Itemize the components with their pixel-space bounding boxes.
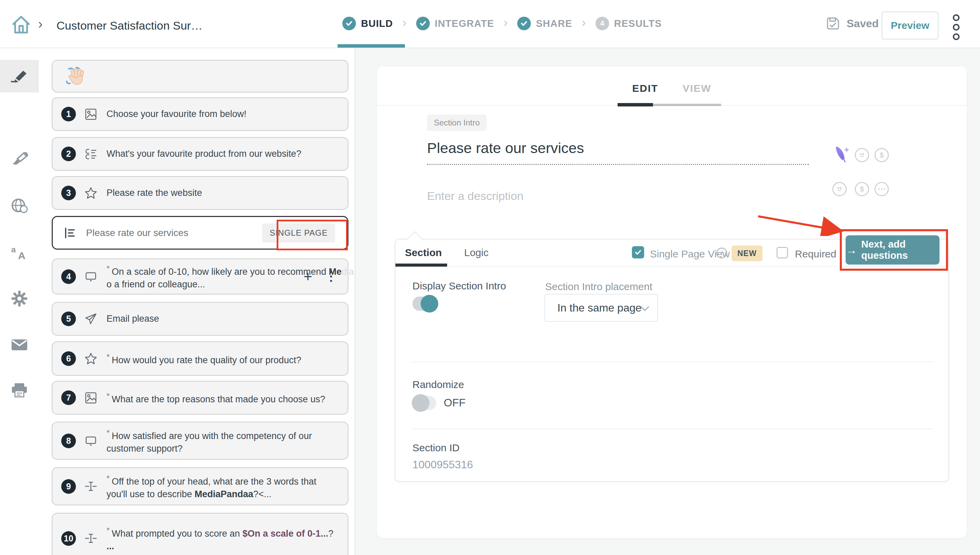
home-icon[interactable] [11,14,32,35]
svg-text:A: A [18,250,26,260]
editor-main-area: EDIT VIEW Section Intro Please rate our … [355,48,980,555]
placement-value: In the same page [557,302,641,314]
opinion-scale-icon [84,269,98,284]
print-icon [11,383,28,398]
section-item-selected[interactable]: Please rate our services SINGLE PAGE [52,216,349,250]
question-text: On a scale of 0-10, how likely are you t… [106,262,355,291]
question-text: Please rate the website [106,187,214,199]
question-card[interactable]: 2 What's your favourite product from our… [52,137,349,171]
rail-item-translate[interactable]: a A [0,237,39,269]
rail-item-build[interactable] [0,60,39,93]
edit-pencil-icon [10,69,29,83]
step-results[interactable]: 4 RESULTS [596,17,662,30]
question-card[interactable]: 1 Choose your favourite from below! [52,97,349,131]
section-intro-tag: Section Intro [427,115,487,131]
welcome-card[interactable] [52,60,349,93]
saved-label: Saved [847,18,879,30]
section-tab-underline [395,263,447,266]
question-number-badge: 5 [61,311,76,326]
new-badge: NEW [732,245,763,261]
display-section-intro-label: Display Section Intro [413,280,506,292]
rating-star-icon [84,351,98,366]
required-checkbox[interactable] [776,247,788,258]
add-question-plus-icon[interactable]: + [304,269,312,284]
breadcrumb[interactable]: Customer Satisfaction Sur… [56,19,202,32]
question-text: Choose your favourite from below! [106,108,259,120]
edit-tab-underline [618,103,653,106]
question-number-badge: 9 [61,479,76,494]
section-editor-card: EDIT VIEW Section Intro Please rate our … [377,66,967,538]
description-placeholder[interactable]: Enter a description [427,189,524,203]
rail-item-email[interactable] [0,329,39,361]
question-card[interactable]: 8 How satisfied are you with the compete… [52,422,349,460]
text-input-icon [84,531,98,546]
multiple-choice-icon [84,147,98,162]
step-separator-icon: › [582,16,586,30]
step-share[interactable]: SHARE [517,17,572,30]
step-separator-icon: › [403,16,406,30]
breadcrumb-chevron-icon: › [38,16,43,32]
question-card[interactable]: 6 How would you rate the quality of our … [52,342,349,376]
picture-choice-icon [84,390,98,405]
question-kebab-icon[interactable] [330,271,332,282]
section-title-input[interactable]: Please rate our services [427,140,584,156]
section-id-label: Section ID [413,442,459,454]
question-text: What prompted you to score an $On a scal… [106,524,346,553]
single-page-view-checkbox[interactable] [632,246,644,258]
question-number-badge: 8 [61,434,76,448]
rating-star-icon [84,186,98,201]
settings-gear-icon [11,290,28,308]
rail-item-language[interactable] [0,189,39,222]
emoji-smiley-icon[interactable] [855,148,869,162]
arrow-right-icon: → [846,244,857,257]
more-options-ellipsis-icon[interactable] [874,182,889,196]
title-dotted-underline [427,164,809,165]
section-settings-panel: Section Logic Single Page View i NEW Req… [395,239,949,482]
info-icon[interactable]: i [716,247,727,258]
display-section-intro-toggle[interactable] [413,297,436,311]
question-card[interactable]: 7 What are the top reasons that made you… [52,381,349,415]
variable-dollar-icon[interactable]: $ [874,148,889,162]
more-options-kebab-icon[interactable] [953,14,959,40]
question-card-hovered[interactable]: 4 On a scale of 0-10, how likely are you… [52,258,349,295]
tab-section[interactable]: Section [405,247,442,258]
step-number-circle: 4 [596,17,609,30]
single-page-badge: SINGLE PAGE [262,223,335,242]
ai-quill-icon[interactable] [832,144,850,163]
tab-edit[interactable]: EDIT [632,83,658,94]
tab-view[interactable]: VIEW [683,83,712,94]
design-brush-icon [11,152,28,168]
next-add-questions-button[interactable]: → Next, add questions [846,235,940,265]
question-number-badge: 4 [61,269,76,284]
question-card[interactable]: 10 What prompted you to score an $On a s… [52,513,349,555]
step-build[interactable]: BUILD [342,17,393,30]
question-number-badge: 3 [61,186,76,200]
rail-item-design[interactable] [0,144,39,176]
question-list: 1 Choose your favourite from below! 2 Wh… [39,48,355,555]
question-card[interactable]: 3 Please rate the website [52,176,349,210]
required-label[interactable]: Required [795,248,836,260]
section-icon [62,226,77,241]
question-text: What are the top reasons that made you c… [106,390,337,406]
question-text: What's your favourite product from our w… [106,148,313,160]
rail-item-settings[interactable] [0,282,39,315]
translate-icon: a A [11,245,28,260]
step-integrate[interactable]: INTEGRATE [416,17,494,30]
rail-item-print[interactable] [0,374,39,407]
randomize-label: Randomize [413,379,464,390]
tab-logic[interactable]: Logic [464,247,488,258]
question-number-badge: 1 [61,107,76,121]
question-card[interactable]: 9 Off the top of your head, what are the… [52,467,349,505]
email-envelope-icon [11,339,28,351]
variable-dollar-icon[interactable]: $ [855,182,869,196]
opinion-scale-icon [84,433,98,448]
save-icon [826,16,840,31]
tool-rail: a A [0,48,39,555]
preview-button[interactable]: Preview [882,11,938,39]
placement-label: Section Intro placement [545,281,652,292]
randomize-toggle[interactable] [413,396,436,410]
check-icon [416,17,430,30]
placement-dropdown[interactable]: In the same page [545,294,658,322]
question-card[interactable]: 5 Email please [52,302,349,336]
emoji-smiley-icon[interactable] [832,182,847,196]
